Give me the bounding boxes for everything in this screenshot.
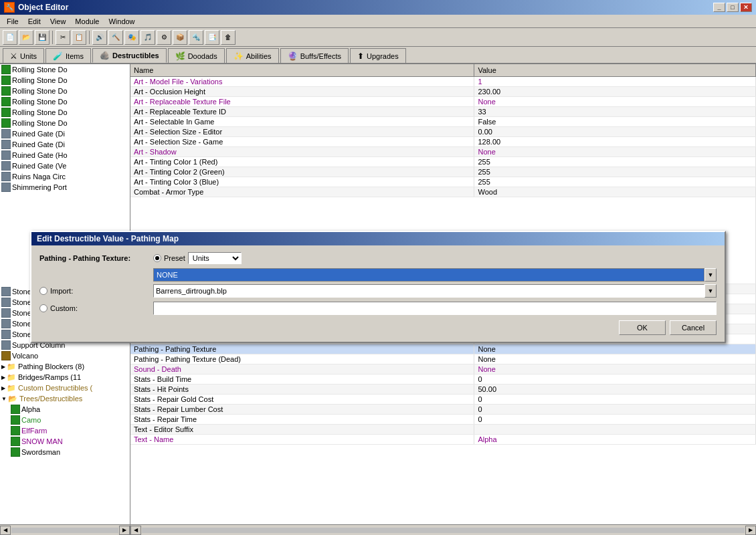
list-item[interactable]: Alpha (0, 404, 130, 415)
tab-upgrades-label: Upgrades (367, 52, 399, 60)
table-row[interactable]: Art - Replaceable Texture ID 33 (130, 107, 756, 117)
toolbar-btn7[interactable]: ⚙ (157, 30, 171, 45)
maximize-button[interactable]: □ (727, 3, 739, 12)
hscroll-right[interactable]: ▶ (119, 526, 130, 535)
none-dropdown-arrow[interactable]: ▼ (704, 268, 717, 282)
menu-view[interactable]: View (46, 16, 70, 27)
table-row[interactable]: Stats - Build Time 0 (130, 374, 756, 385)
prop-name: Combat - Armor Type (130, 187, 474, 197)
toolbar-btn8[interactable]: 📦 (173, 30, 187, 45)
table-row[interactable]: Stats - Repair Time 0 (130, 415, 756, 425)
list-item[interactable]: Rolling Stone Do (0, 107, 130, 118)
table-row[interactable]: Sound - Death None (130, 364, 756, 374)
menu-window[interactable]: Window (104, 16, 138, 27)
import-dropdown-arrow[interactable]: ▼ (704, 284, 717, 298)
cancel-button[interactable]: Cancel (670, 320, 717, 335)
toolbar-btn6[interactable]: 🎵 (140, 30, 155, 45)
folder-bridges[interactable]: ▶ 📁 Bridges/Ramps (11 (0, 372, 130, 383)
list-item[interactable]: SNOW MAN (0, 436, 130, 447)
list-item[interactable]: Rolling Stone Do (0, 118, 130, 128)
list-item[interactable]: Rolling Stone Do (0, 75, 130, 86)
toolbar-open[interactable]: 📂 (19, 30, 33, 45)
item-icon (1, 308, 11, 318)
preset-radio[interactable] (153, 254, 161, 262)
folder-custom[interactable]: ▶ 📁 Custom Destructibles ( (0, 383, 130, 393)
import-input[interactable] (153, 284, 704, 298)
preset-select[interactable]: Units NONE Buildings Trees Flying Unbuil… (188, 252, 242, 264)
table-row[interactable]: Stats - Repair Gold Cost 0 (130, 395, 756, 405)
menu-file[interactable]: File (3, 16, 23, 27)
prop-value: 0 (474, 395, 756, 405)
menu-module[interactable]: Module (71, 16, 103, 27)
table-row[interactable]: Art - Occlusion Height 230.00 (130, 87, 756, 97)
import-radio[interactable] (39, 287, 48, 295)
hscroll-track-right (142, 528, 745, 533)
hscroll-left[interactable]: ◀ (0, 526, 11, 535)
table-row[interactable]: Text - Name Alpha (130, 435, 756, 445)
tab-upgrades[interactable]: ⬆ Upgrades (350, 48, 406, 63)
list-item[interactable]: Swordsman (0, 447, 130, 457)
table-row[interactable]: Pathing - Pathing Texture (Dead) None (130, 354, 756, 364)
custom-radio[interactable] (39, 304, 48, 312)
list-item[interactable]: Ruins Naga Circ (0, 171, 130, 182)
list-item[interactable]: Rolling Stone Do (0, 96, 130, 107)
none-dropdown-row: NONE ▼ (153, 268, 717, 282)
table-row[interactable]: Art - Selection Size - Game 128.00 (130, 137, 756, 147)
tab-buffs[interactable]: 🔮 Buffs/Effects (280, 48, 349, 63)
tab-abilities[interactable]: ✨ Abilities (226, 48, 279, 63)
hscroll-right-right[interactable]: ▶ (745, 526, 756, 535)
folder-pathing-blockers[interactable]: ▶ 📁 Pathing Blockers (8) (0, 361, 130, 372)
toolbar-btn10[interactable]: 📑 (205, 30, 219, 45)
tab-units[interactable]: ⚔ Units (3, 48, 44, 63)
list-item[interactable]: Shimmering Port (0, 182, 130, 193)
table-row[interactable]: Art - Tinting Color 2 (Green) 255 (130, 167, 756, 177)
folder-icon-pathing: 📁 (7, 362, 16, 371)
table-row[interactable]: Art - Model File - Variations 1 (130, 77, 756, 87)
prop-name: Art - Shadow (130, 147, 474, 157)
menu-edit[interactable]: Edit (24, 16, 45, 27)
table-row[interactable]: Art - Tinting Color 1 (Red) 255 (130, 157, 756, 167)
table-row[interactable]: Art - Shadow None (130, 147, 756, 157)
list-item[interactable]: Camo (0, 415, 130, 425)
table-row-highlighted[interactable]: Pathing - Pathing Texture None (130, 344, 756, 354)
table-row[interactable]: Art - Selectable In Game False (130, 117, 756, 127)
table-row[interactable]: Art - Tinting Color 3 (Blue) 255 (130, 177, 756, 187)
table-row[interactable]: Stats - Hit Points 50.00 (130, 385, 756, 395)
toolbar-btn3[interactable]: 🔊 (92, 30, 107, 45)
list-item[interactable]: Ruined Gate (Di (0, 128, 130, 139)
list-item[interactable]: Rolling Stone Do (0, 86, 130, 96)
right-hscroll[interactable]: ◀ ▶ (130, 524, 756, 535)
toolbar-new[interactable]: 📄 (3, 30, 17, 45)
item-icon (11, 426, 20, 435)
tab-destructibles[interactable]: 🪨 Destructibles (92, 48, 167, 63)
table-row[interactable]: Art - Replaceable Texture File None (130, 97, 756, 107)
table-row[interactable]: Art - Selection Size - Editor 0.00 (130, 127, 756, 137)
toolbar-btn4[interactable]: 🔨 (108, 30, 123, 45)
list-item[interactable]: Ruined Gate (Di (0, 139, 130, 150)
table-row[interactable]: Text - Editor Suffix (130, 425, 756, 435)
list-item[interactable]: Volcano (0, 350, 130, 361)
table-row[interactable]: Combat - Armor Type Wood (130, 187, 756, 197)
minimize-button[interactable]: _ (713, 3, 725, 12)
table-row[interactable]: Stats - Repair Lumber Cost 0 (130, 405, 756, 415)
toolbar-btn11[interactable]: 🗑 (221, 30, 235, 45)
toolbar-copy[interactable]: 📋 (72, 30, 86, 45)
none-dropdown[interactable]: NONE (153, 268, 704, 282)
tab-doodads[interactable]: 🌿 Doodads (168, 48, 225, 63)
list-item[interactable]: Rolling Stone Do (0, 64, 130, 75)
list-item[interactable]: ElfFarm (0, 425, 130, 436)
toolbar-save[interactable]: 💾 (35, 30, 50, 45)
list-item[interactable]: Ruined Gate (Ho (0, 150, 130, 160)
hscroll-left-right[interactable]: ◀ (130, 526, 141, 535)
close-button[interactable]: ✕ (740, 3, 752, 12)
list-item[interactable]: Ruined Gate (Ve (0, 160, 130, 171)
toolbar-btn5[interactable]: 🎭 (124, 30, 139, 45)
custom-input[interactable] (153, 302, 717, 315)
ok-button[interactable]: OK (619, 320, 666, 335)
folder-trees[interactable]: ▼ 📂 Trees/Destructibles (0, 393, 130, 404)
left-hscroll[interactable]: ◀ ▶ (0, 524, 130, 535)
tab-destructibles-label: Destructibles (112, 51, 159, 60)
tab-items[interactable]: 🧪 Items (45, 48, 91, 63)
toolbar-btn9[interactable]: 🔩 (189, 30, 203, 45)
toolbar-cut[interactable]: ✂ (56, 30, 70, 45)
